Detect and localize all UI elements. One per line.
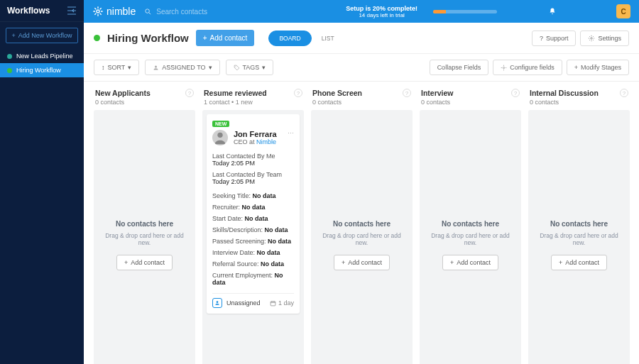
add-contact-label: Add contact bbox=[131, 259, 165, 266]
sort-button[interactable]: ↕ SORT ▾ bbox=[94, 60, 139, 75]
empty-state: No contacts here Drag & drop card here o… bbox=[420, 110, 521, 364]
person-icon bbox=[153, 65, 159, 71]
column-body[interactable]: NEW Jon Ferrara CEO at Nimble ⋯ Last Con… bbox=[202, 110, 304, 364]
user-avatar[interactable]: C bbox=[616, 4, 630, 18]
svg-point-6 bbox=[217, 301, 219, 303]
card-menu-icon[interactable]: ⋯ bbox=[288, 130, 294, 137]
svg-point-1 bbox=[146, 9, 150, 13]
gear-icon bbox=[588, 35, 595, 42]
column-body[interactable]: No contacts here Drag & drop card here o… bbox=[528, 110, 630, 364]
settings-label: Settings bbox=[598, 35, 621, 42]
plus-icon: + bbox=[124, 259, 128, 266]
empty-state: No contacts here Drag & drop card here o… bbox=[311, 110, 413, 364]
add-contact-label: Add contact bbox=[210, 34, 248, 42]
sidebar-workflow-item[interactable]: New Leads Pipeline bbox=[0, 49, 84, 63]
column-title: Resume reviewed bbox=[204, 89, 267, 97]
help-icon[interactable]: ? bbox=[294, 89, 302, 97]
notifications-icon[interactable] bbox=[548, 7, 557, 16]
add-contact-button[interactable]: + Add contact bbox=[196, 30, 255, 46]
column-subtitle: 0 contacts bbox=[95, 99, 194, 106]
add-contact-button[interactable]: +Add contact bbox=[334, 255, 390, 270]
tags-filter-button[interactable]: TAGS ▾ bbox=[226, 60, 274, 75]
search-box[interactable] bbox=[144, 8, 286, 16]
kanban-column: Internal Discussion ? 0 contacts No cont… bbox=[528, 89, 630, 357]
add-contact-button[interactable]: +Add contact bbox=[551, 255, 607, 270]
search-icon bbox=[144, 8, 152, 16]
add-workflow-button[interactable]: + Add New Workflow bbox=[6, 28, 78, 43]
brand-logo[interactable]: nimble bbox=[92, 6, 136, 17]
sidebar-workflow-item[interactable]: Hiring Workflow bbox=[0, 63, 84, 77]
sort-icon: ↕ bbox=[102, 64, 105, 71]
card-field-label: Recruiter: bbox=[212, 204, 240, 211]
assigned-label: ASSIGNED TO bbox=[162, 64, 205, 71]
column-title: Phone Screen bbox=[312, 89, 362, 97]
column-subtitle: 0 contacts bbox=[421, 99, 520, 106]
support-button[interactable]: ? Support bbox=[532, 31, 577, 46]
card-field-value: No data bbox=[265, 226, 288, 233]
workflow-color-dot bbox=[7, 54, 12, 59]
plus-icon: + bbox=[11, 32, 15, 39]
logo-icon bbox=[92, 6, 104, 17]
view-board-button[interactable]: BOARD bbox=[268, 31, 311, 46]
plus-icon: + bbox=[342, 259, 345, 266]
setup-progress-fill bbox=[433, 10, 446, 13]
filter-bar: ↕ SORT ▾ ASSIGNED TO ▾ TAGS ▾ Collapse F… bbox=[84, 54, 639, 82]
tags-label: TAGS bbox=[243, 64, 260, 71]
help-icon[interactable]: ? bbox=[185, 89, 194, 97]
svg-point-2 bbox=[591, 37, 593, 39]
card-assignee[interactable]: Unassigned bbox=[212, 298, 261, 308]
column-title: New Applicants bbox=[95, 89, 151, 97]
configure-fields-button[interactable]: Configure fields bbox=[493, 60, 562, 75]
card-field-label: Skills/Description: bbox=[212, 226, 263, 233]
view-list-button[interactable]: LIST bbox=[312, 31, 344, 45]
workflow-title: Hiring Workflow bbox=[107, 32, 189, 44]
search-input[interactable] bbox=[156, 8, 286, 16]
brand-name: nimble bbox=[106, 6, 136, 17]
modify-stages-button[interactable]: + Modify Stages bbox=[567, 60, 629, 75]
column-subtitle: 0 contacts bbox=[312, 99, 411, 106]
kanban-column: Resume reviewed ? 1 contact • 1 new NEW … bbox=[202, 89, 304, 357]
setup-subtitle: 14 days left in trial bbox=[346, 12, 417, 18]
assigned-filter-button[interactable]: ASSIGNED TO ▾ bbox=[145, 60, 219, 75]
empty-title: No contacts here bbox=[550, 220, 608, 228]
help-icon[interactable]: ? bbox=[620, 89, 628, 97]
company-link[interactable]: Nimble bbox=[256, 138, 276, 145]
last-contacted-me-label: Last Contacted By Me bbox=[212, 153, 294, 160]
card-field-value: No data bbox=[242, 204, 266, 211]
column-header: Phone Screen ? 0 contacts bbox=[311, 89, 413, 110]
help-icon[interactable]: ? bbox=[403, 89, 411, 97]
help-icon[interactable]: ? bbox=[511, 89, 520, 97]
column-body[interactable]: No contacts here Drag & drop card here o… bbox=[420, 110, 521, 364]
column-header: Resume reviewed ? 1 contact • 1 new bbox=[202, 89, 304, 110]
collapse-fields-button[interactable]: Collapse Fields bbox=[430, 60, 489, 75]
kanban-board: New Applicants ? 0 contacts No contacts … bbox=[84, 82, 639, 364]
empty-title: No contacts here bbox=[116, 220, 173, 228]
add-contact-button[interactable]: +Add contact bbox=[442, 255, 498, 270]
last-contacted-me-value: Today 2:05 PM bbox=[212, 160, 294, 167]
column-title: Internal Discussion bbox=[530, 89, 599, 97]
kanban-column: Interview ? 0 contacts No contacts here … bbox=[420, 89, 521, 357]
empty-subtitle: Drag & drop card here or add new. bbox=[101, 232, 188, 246]
card-field-label: Referral Source: bbox=[212, 260, 259, 268]
svg-point-0 bbox=[97, 10, 99, 13]
chevron-down-icon: ▾ bbox=[262, 64, 266, 71]
last-contacted-team-value: Today 2:05 PM bbox=[212, 178, 294, 185]
setup-status[interactable]: Setup is 20% complete! 14 days left in t… bbox=[346, 5, 417, 18]
add-contact-label: Add contact bbox=[565, 259, 599, 266]
empty-state: No contacts here Drag & drop card here o… bbox=[94, 110, 195, 364]
column-body[interactable]: No contacts here Drag & drop card here o… bbox=[311, 110, 413, 364]
workflow-header: Hiring Workflow + Add contact BOARD LIST… bbox=[84, 23, 639, 54]
setup-title: Setup is 20% complete! bbox=[346, 5, 417, 12]
plus-icon: + bbox=[450, 259, 454, 266]
column-body[interactable]: No contacts here Drag & drop card here o… bbox=[94, 110, 195, 364]
column-header: New Applicants ? 0 contacts bbox=[94, 89, 195, 110]
card-field-label: Start Date: bbox=[212, 215, 243, 222]
collapse-sidebar-icon[interactable] bbox=[67, 6, 77, 15]
settings-button[interactable]: Settings bbox=[580, 31, 629, 46]
column-subtitle: 1 contact • 1 new bbox=[204, 99, 302, 106]
svg-point-3 bbox=[155, 65, 157, 67]
add-contact-button[interactable]: +Add contact bbox=[116, 255, 173, 270]
age-value: 1 day bbox=[278, 299, 294, 307]
contact-card[interactable]: NEW Jon Ferrara CEO at Nimble ⋯ Last Con… bbox=[207, 114, 300, 314]
person-icon bbox=[212, 298, 222, 308]
